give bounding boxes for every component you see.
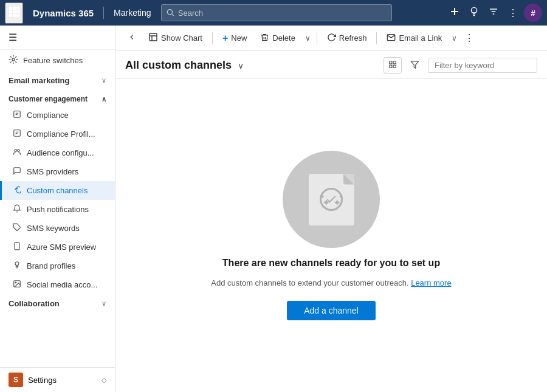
empty-subtitle: Add custom channels to extend your custo… [211,278,451,287]
compliance-icon [12,110,22,120]
new-button[interactable]: + New [216,29,253,47]
view-toggle-button[interactable] [384,57,402,74]
settings-chevron: ◇ [101,376,106,384]
settings-avatar: S [9,373,23,387]
svg-point-16 [15,150,17,152]
search-container[interactable] [161,4,392,21]
empty-state: ✦ ✦ ✦ ✦ There are new channels ready for… [115,79,547,392]
svg-rect-21 [15,242,19,250]
sidebar-item-azure-sms[interactable]: Azure SMS preview [0,238,115,256]
sidebar-item-feature-switches[interactable]: Feature switches [0,50,115,71]
app-name: Marketing [109,8,156,18]
sidebar: ☰ Feature switches Email marketing ∨ Cus… [0,26,115,392]
collaboration-section[interactable]: Collaboration ∨ [0,294,115,313]
delete-button[interactable]: Delete [254,29,301,47]
compliance-profile-label: Compliance Profil... [27,129,95,139]
new-label: New [231,33,247,43]
customer-engagement-group[interactable]: Customer engagement ∧ [0,90,115,106]
app-title: Dynamics 365 [28,8,98,18]
svg-marker-31 [411,61,419,67]
sidebar-item-sms-keywords[interactable]: SMS keywords [0,219,115,238]
top-navigation: Dynamics 365 Marketing ⋮ # [0,0,547,26]
svg-rect-1 [13,7,16,10]
azure-sms-label: Azure SMS preview [27,242,96,252]
svg-rect-7 [13,14,16,17]
illustration: ✦ ✦ ✦ ✦ [283,151,380,248]
doc-icon [309,174,354,225]
sidebar-item-brand-profiles[interactable]: Brand profiles [0,256,115,275]
svg-point-9 [167,10,172,15]
audience-config-icon [12,148,22,158]
refresh-label: Refresh [339,33,367,43]
svg-rect-0 [9,7,12,10]
email-dropdown[interactable]: ∨ [449,29,459,47]
page-header-actions [384,57,537,74]
empty-subtitle-text: Add custom channels to extend your custo… [211,278,408,287]
more-button[interactable]: ⋮ [461,30,478,46]
email-marketing-chevron: ∨ [101,77,106,84]
nav-divider [103,7,104,19]
custom-channels-label: Custom channels [27,186,88,195]
sidebar-item-custom-channels[interactable]: Custom channels [0,181,115,200]
svg-point-13 [12,58,15,61]
sms-keywords-icon [12,223,22,233]
content-area: Show Chart + New Delete ∨ Refresh [115,26,547,392]
delete-icon [260,33,269,44]
grid-icon[interactable] [5,2,23,24]
page-title-dropdown[interactable]: ∨ [238,61,244,70]
empty-title: There are new channels ready for you to … [222,258,440,269]
filter-input[interactable] [428,58,537,73]
svg-point-17 [18,150,19,152]
toolbar: Show Chart + New Delete ∨ Refresh [115,26,547,51]
delete-label: Delete [272,33,295,43]
show-chart-button[interactable]: Show Chart [142,29,208,47]
email-link-icon [387,33,396,44]
svg-rect-29 [390,65,392,67]
sms-providers-icon [12,167,22,177]
toolbar-divider-1 [212,32,213,44]
delete-dropdown[interactable]: ∨ [303,29,313,47]
hamburger-icon[interactable]: ☰ [0,26,115,50]
sidebar-item-compliance[interactable]: Compliance [0,106,115,125]
learn-more-link[interactable]: Learn more [411,278,451,287]
social-media-label: Social media acco... [27,280,97,289]
email-marketing-label: Email marketing [9,76,101,85]
social-media-icon [12,280,22,290]
feature-switches-icon [9,55,18,66]
audience-config-label: Audience configu... [27,148,94,157]
compliance-label: Compliance [27,111,69,120]
search-input[interactable] [178,9,387,18]
add-channel-button[interactable]: Add a channel [287,301,376,320]
collaboration-chevron: ∨ [101,300,106,308]
svg-rect-30 [393,65,396,67]
email-marketing-section[interactable]: Email marketing ∨ [0,71,115,90]
back-button[interactable] [123,30,141,46]
sidebar-item-sms-providers[interactable]: SMS providers [0,162,115,181]
show-chart-label: Show Chart [161,33,202,43]
svg-rect-28 [393,61,396,64]
svg-rect-27 [390,61,392,64]
email-link-label: Email a Link [399,33,442,43]
more-options-icon[interactable]: ⋮ [504,5,521,21]
sidebar-item-audience-config[interactable]: Audience configu... [0,143,115,162]
lightbulb-icon[interactable] [466,4,483,21]
sidebar-item-social-media[interactable]: Social media acco... [0,275,115,294]
add-button[interactable] [446,4,463,21]
filter-button[interactable] [407,58,423,74]
custom-channels-icon [12,185,22,196]
svg-rect-26 [150,33,157,41]
sidebar-item-compliance-profile[interactable]: Compliance Profil... [0,125,115,143]
svg-rect-5 [16,10,19,13]
settings-label: Settings [28,376,97,385]
customer-engagement-label: Customer engagement [9,95,88,103]
filter-icon[interactable] [485,4,502,21]
brand-profiles-icon [12,261,22,271]
refresh-button[interactable]: Refresh [321,29,373,47]
email-link-button[interactable]: Email a Link [380,29,448,47]
push-notifications-icon [12,204,22,215]
push-notifications-label: Push notifications [27,205,89,214]
sidebar-item-push-notifications[interactable]: Push notifications [0,200,115,219]
feature-switches-label: Feature switches [23,56,83,65]
settings-section[interactable]: S Settings ◇ [0,367,115,392]
avatar[interactable]: # [524,4,542,22]
